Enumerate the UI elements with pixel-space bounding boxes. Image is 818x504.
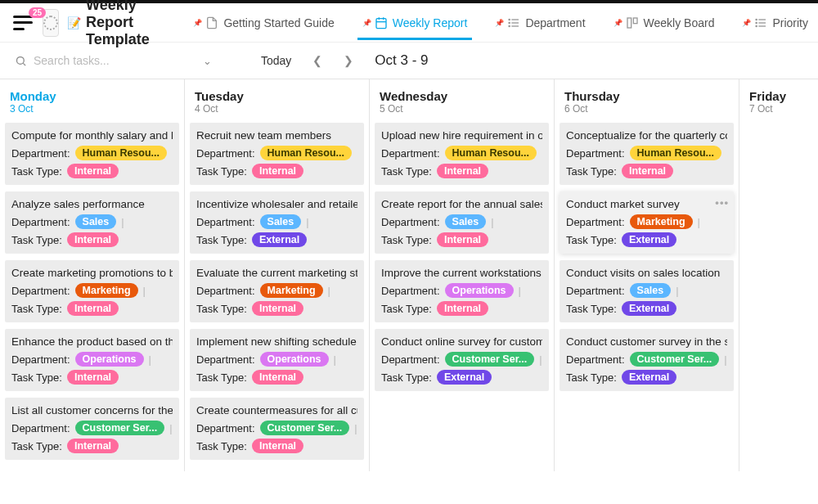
- svg-rect-10: [627, 18, 631, 28]
- task-card[interactable]: Implement new shifting schedule toDepart…: [190, 329, 364, 391]
- pin-icon: 📌: [193, 19, 202, 27]
- calendar-icon: [375, 16, 388, 29]
- next-week[interactable]: ❯: [339, 51, 358, 70]
- pin-icon: 📌: [614, 19, 622, 27]
- dept-pill: Human Resou...: [75, 146, 167, 160]
- dept-label: Department:: [11, 147, 70, 160]
- svg-point-15: [756, 19, 757, 20]
- svg-point-17: [756, 25, 757, 26]
- day-date: 3 Oct: [10, 103, 174, 115]
- tasktype-pill: Internal: [437, 164, 488, 178]
- tab-weekly-report[interactable]: 📌 Weekly Report: [361, 6, 470, 39]
- dept-label: Department:: [381, 147, 440, 160]
- svg-rect-11: [633, 18, 637, 24]
- task-card[interactable]: Analyze sales performanceDepartment: Sal…: [5, 191, 179, 254]
- day-column: Tuesday4 OctRecruit new team membersDepa…: [185, 79, 370, 471]
- day-name: Friday: [749, 89, 808, 103]
- tasktype-pill: External: [622, 301, 676, 316]
- tasktype-pill: Internal: [67, 370, 119, 385]
- day-column: Friday7 Oct: [739, 79, 818, 471]
- task-card[interactable]: Conceptualize for the quarterly comDepar…: [560, 123, 734, 185]
- tasktype-label: Task Type:: [566, 303, 617, 315]
- tasktype-pill: Internal: [252, 301, 303, 316]
- task-card[interactable]: Enhance the product based on the lDepart…: [5, 329, 179, 391]
- dept-pill: Customer Ser...: [260, 421, 350, 435]
- nav-tabs: 📌 Getting Started Guide 📌 Weekly Report …: [191, 6, 810, 39]
- task-card[interactable]: Evaluate the current marketing statuDepa…: [190, 260, 364, 322]
- dept-pill: Customer Ser...: [75, 421, 165, 435]
- tasktype-label: Task Type:: [11, 371, 62, 384]
- search-dropdown[interactable]: ⌄: [198, 52, 217, 70]
- tasktype-label: Task Type:: [196, 371, 247, 384]
- menu-button[interactable]: [13, 16, 33, 30]
- tasktype-label: Task Type:: [566, 234, 617, 246]
- tasktype-label: Task Type:: [566, 371, 617, 384]
- day-name: Tuesday: [195, 89, 359, 103]
- tab-weekly-board[interactable]: 📌 Weekly Board: [612, 6, 717, 39]
- dept-pill: Human Resou...: [630, 146, 721, 160]
- tasktype-pill: Internal: [437, 301, 488, 316]
- tasktype-pill: External: [622, 232, 676, 247]
- dept-label: Department:: [196, 285, 255, 297]
- tasktype-label: Task Type:: [196, 234, 247, 246]
- task-title: Conduct customer survey in the sale: [566, 335, 727, 348]
- card-menu[interactable]: •••: [715, 196, 729, 209]
- day-name: Wednesday: [380, 89, 544, 103]
- task-title: Improve the current workstations fo: [381, 267, 542, 279]
- dept-label: Department:: [566, 285, 625, 297]
- dept-pill: Operations: [260, 352, 329, 367]
- task-card[interactable]: Compute for monthly salary and benefitsD…: [5, 123, 179, 185]
- task-title: Recruit new team members: [196, 129, 357, 142]
- tab-getting-started[interactable]: 📌 Getting Started Guide: [191, 6, 335, 39]
- task-card[interactable]: Create countermeasures for all custoDepa…: [190, 398, 364, 460]
- tasktype-pill: Internal: [252, 370, 303, 385]
- task-card[interactable]: Create marketing promotions to boostDepa…: [5, 260, 179, 322]
- task-card[interactable]: Conduct visits on sales locationDepartme…: [560, 260, 734, 322]
- task-card[interactable]: Incentivize wholesaler and retailers tDe…: [190, 191, 364, 254]
- task-card[interactable]: List all customer concerns for the mDepa…: [5, 398, 179, 460]
- task-title: Incentivize wholesaler and retailers t: [196, 198, 357, 210]
- edit-icon: 📝: [67, 16, 81, 29]
- task-title: Conduct visits on sales location: [566, 267, 727, 279]
- dept-pill: Marketing: [75, 283, 138, 298]
- pin-icon: 📌: [495, 19, 504, 27]
- tasktype-pill: Internal: [437, 232, 488, 247]
- list-icon: [754, 16, 767, 29]
- day-date: 4 Oct: [195, 103, 359, 115]
- page-title: 📝 Weekly Report Template: [67, 0, 170, 48]
- task-title: List all customer concerns for the m: [11, 404, 173, 416]
- tab-department[interactable]: 📌 Department: [493, 6, 587, 39]
- search-input[interactable]: [34, 54, 187, 67]
- tasktype-label: Task Type:: [381, 371, 432, 384]
- dept-label: Department:: [11, 216, 70, 228]
- dept-pill: Operations: [445, 283, 514, 298]
- week-board: Monday3 OctCompute for monthly salary an…: [0, 79, 818, 471]
- dept-pill: Marketing: [260, 283, 323, 298]
- task-card[interactable]: Recruit new team membersDepartment: Huma…: [190, 123, 364, 185]
- task-card[interactable]: Create report for the annual salesDepart…: [375, 191, 549, 254]
- dept-pill: Human Resou...: [260, 146, 352, 160]
- task-title: Compute for monthly salary and benefits: [11, 129, 173, 142]
- tasktype-pill: Internal: [252, 164, 303, 178]
- task-card[interactable]: Conduct customer survey in the saleDepar…: [560, 329, 734, 391]
- dept-pill: Marketing: [630, 214, 693, 229]
- task-card[interactable]: Conduct online survey for customerDepart…: [375, 329, 549, 391]
- tasktype-pill: Internal: [67, 301, 119, 316]
- today-button[interactable]: Today: [256, 51, 296, 70]
- task-title: Create countermeasures for all custo: [196, 404, 357, 416]
- prev-week[interactable]: ❮: [308, 51, 327, 70]
- dept-label: Department:: [566, 147, 625, 160]
- svg-point-7: [509, 19, 510, 20]
- tasktype-label: Task Type:: [196, 303, 247, 315]
- notification-badge: 25: [29, 7, 46, 18]
- tasktype-label: Task Type:: [11, 440, 62, 452]
- dept-label: Department:: [196, 422, 255, 434]
- task-card[interactable]: Improve the current workstations foDepar…: [375, 260, 549, 322]
- task-card[interactable]: •••Conduct market surveyDepartment: Mark…: [560, 191, 734, 254]
- tasktype-label: Task Type:: [566, 165, 617, 178]
- board-icon: [626, 16, 639, 29]
- task-card[interactable]: Upload new hire requirement in officDepa…: [375, 123, 549, 185]
- dept-label: Department:: [196, 147, 255, 160]
- tab-priority[interactable]: 📌 Priority: [740, 6, 810, 39]
- tasktype-pill: Internal: [622, 164, 673, 178]
